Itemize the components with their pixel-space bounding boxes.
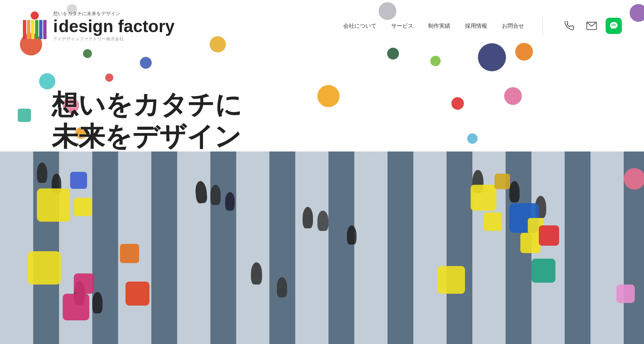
logo-tagline: アイデザインファクトリー株式会社	[53, 36, 175, 42]
hero-heading1: 想いをカタチに	[52, 89, 242, 120]
svg-rect-5	[39, 20, 42, 39]
hero-text: 想いをカタチに 未来をデザイン	[52, 89, 242, 151]
nav-recruit[interactable]: 採用情報	[465, 23, 487, 30]
nav-icons	[561, 18, 622, 34]
svg-point-0	[31, 11, 39, 20]
svg-rect-2	[27, 20, 30, 39]
nav-works[interactable]: 制作実績	[428, 23, 450, 30]
logo-name: design factory	[59, 18, 175, 35]
crosswalk-bg	[0, 151, 644, 344]
svg-rect-4	[35, 20, 38, 39]
logo-subtitle: 想いをカタチに未来をデザイン	[53, 10, 175, 17]
hero-section	[0, 151, 644, 344]
nav-contact[interactable]: お問合せ	[502, 23, 524, 30]
main-nav: 会社について サービス 制作実績 採用情報 お問合せ	[343, 17, 622, 35]
logo-text-block: 想いをカタチに未来をデザイン i design factory アイデザインファ…	[53, 10, 175, 42]
logo-area[interactable]: 想いをカタチに未来をデザイン i design factory アイデザインファ…	[22, 10, 177, 42]
nav-divider	[543, 17, 543, 35]
logo-prefix: i	[53, 18, 58, 35]
svg-rect-1	[23, 20, 26, 39]
hero-heading2: 未来をデザイン	[52, 120, 242, 151]
phone-icon-button[interactable]	[561, 18, 578, 34]
line-icon-button[interactable]	[606, 18, 622, 34]
logo-main-text: i design factory	[53, 18, 175, 35]
header: 想いをカタチに未来をデザイン i design factory アイデザインファ…	[0, 0, 644, 52]
svg-rect-6	[43, 20, 47, 39]
nav-services[interactable]: サービス	[391, 23, 413, 30]
svg-rect-3	[31, 20, 34, 39]
nav-about[interactable]: 会社について	[343, 23, 376, 30]
top-section: 想いをカタチに未来をデザイン i design factory アイデザインファ…	[0, 0, 644, 151]
logo-icon	[22, 11, 48, 41]
email-icon-button[interactable]	[583, 18, 600, 34]
